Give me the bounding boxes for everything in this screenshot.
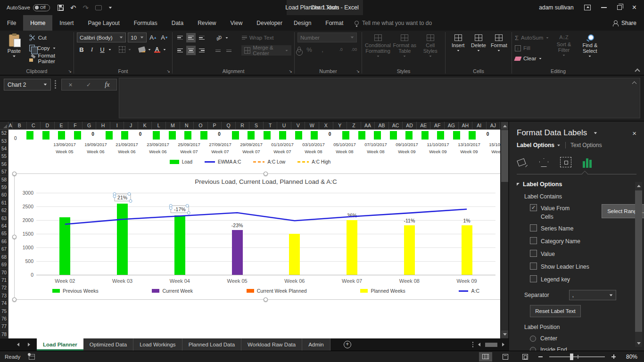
ribbon-tab-insert[interactable]: Insert <box>52 15 81 31</box>
fill-color-caret-icon[interactable] <box>149 49 151 50</box>
row-header-77[interactable]: 77 <box>0 323 8 330</box>
row-header-75[interactable]: 75 <box>0 307 8 315</box>
row-header-72[interactable]: 72 <box>0 284 8 292</box>
column-header-X[interactable]: X <box>319 122 333 129</box>
row-header-56[interactable]: 56 <box>0 161 8 168</box>
column-header-W[interactable]: W <box>305 122 319 129</box>
column-header-AA[interactable]: AA <box>361 122 375 129</box>
zoom-in-icon[interactable] <box>611 354 616 359</box>
pane-close-icon[interactable]: × <box>632 129 636 137</box>
share-button[interactable]: Share <box>612 15 636 31</box>
ribbon-tab-file[interactable]: File <box>0 15 23 31</box>
name-box-resize-handle[interactable] <box>55 80 56 89</box>
zoom-slider[interactable] <box>549 356 605 357</box>
row-header-62[interactable]: 62 <box>0 207 8 214</box>
label-options-icon[interactable] <box>583 156 592 168</box>
row-header-66[interactable]: 66 <box>0 238 8 246</box>
legend-item-a-c-high[interactable]: A:C High <box>297 159 330 165</box>
close-button[interactable]: × <box>632 4 636 11</box>
checkbox-label[interactable]: Series Name <box>541 224 573 233</box>
tab-text-options[interactable]: Text Options <box>570 142 602 148</box>
insert-function-icon[interactable]: fx <box>105 81 109 89</box>
checkbox-unchecked[interactable] <box>530 250 537 257</box>
row-header-76[interactable]: 76 <box>0 315 8 323</box>
ribbon-tab-format[interactable]: Format <box>318 15 350 31</box>
underline-caret-icon[interactable] <box>109 49 111 50</box>
align-left-button[interactable] <box>175 46 185 55</box>
customize-qat-icon[interactable] <box>109 7 112 8</box>
minimize-button[interactable] <box>601 7 607 8</box>
align-right-button[interactable] <box>197 46 206 55</box>
vertical-scroll-thumb[interactable] <box>501 130 508 182</box>
column-header-AD[interactable]: AD <box>403 122 417 129</box>
name-box[interactable]: Chart 2 <box>4 79 51 90</box>
cells-button-delete[interactable]: Delete <box>469 33 488 66</box>
checkbox-unchecked[interactable] <box>530 263 537 270</box>
sheet-tab-load-workings[interactable]: Load Workings <box>133 338 182 351</box>
legend-item-load[interactable]: Load <box>170 159 192 165</box>
tab-label-options[interactable]: Label Options <box>517 142 561 148</box>
user-name[interactable]: adam sullivan <box>539 4 573 11</box>
row-header-65[interactable]: 65 <box>0 230 8 238</box>
bold-button[interactable]: B <box>77 45 86 54</box>
tab-scroll-thumb[interactable] <box>485 343 497 347</box>
checkbox-label[interactable]: Value <box>541 250 555 258</box>
font-color-button[interactable]: A <box>152 45 162 54</box>
page-layout-view-button[interactable] <box>499 352 512 362</box>
vertical-scrollbar[interactable] <box>500 122 508 338</box>
ribbon-tab-view[interactable]: View <box>223 15 250 31</box>
chart-handle-bottom-left[interactable] <box>12 297 17 302</box>
row-header-71[interactable]: 71 <box>0 277 8 284</box>
tab-scroll-right-icon[interactable] <box>502 343 504 346</box>
column-header-AH[interactable]: AH <box>459 122 473 129</box>
ribbon-tab-developer[interactable]: Developer <box>249 15 289 31</box>
column-header-L[interactable]: L <box>152 122 166 129</box>
paste-button[interactable]: Paste <box>3 33 25 66</box>
label-options-section[interactable]: Label Options <box>517 181 644 188</box>
ribbon-tab-review[interactable]: Review <box>190 15 223 31</box>
column-header-V[interactable]: V <box>291 122 305 129</box>
row-header-73[interactable]: 73 <box>0 292 8 300</box>
radio-unselected[interactable] <box>530 336 536 342</box>
ribbon-tab-data[interactable]: Data <box>165 15 190 31</box>
grow-font-button[interactable]: A▲ <box>149 33 158 42</box>
separator-select[interactable]: , <box>569 290 616 300</box>
align-middle-button[interactable] <box>186 33 196 42</box>
row-header-67[interactable]: 67 <box>0 246 8 253</box>
column-header-AJ[interactable]: AJ <box>487 122 501 129</box>
column-header-K[interactable]: K <box>138 122 152 129</box>
column-header-AG[interactable]: AG <box>445 122 459 129</box>
ribbon-tab-page-layout[interactable]: Page Layout <box>81 15 126 31</box>
align-bottom-button[interactable] <box>197 33 206 42</box>
column-header-U[interactable]: U <box>277 122 291 129</box>
macro-record-icon[interactable] <box>29 354 35 360</box>
next-sheet-icon[interactable] <box>28 343 30 346</box>
tab-scroll-left-icon[interactable] <box>478 343 480 346</box>
ribbon-tab-formulas[interactable]: Formulas <box>127 15 165 31</box>
row-header-53[interactable]: 53 <box>0 137 8 145</box>
cut-button[interactable]: Cut <box>29 33 71 43</box>
checkbox-label[interactable]: Legend key <box>541 275 570 284</box>
pane-scroll-up-icon[interactable] <box>635 182 642 189</box>
column-header-R[interactable]: R <box>236 122 250 129</box>
clear-button[interactable]: Clear <box>515 53 549 64</box>
find-select-button[interactable]: Find & Select <box>578 33 602 66</box>
column-header-M[interactable]: M <box>166 122 180 129</box>
effects-icon[interactable] <box>538 157 549 167</box>
sheet-tab-admin[interactable]: Admin <box>302 338 330 351</box>
chart-handle-left-mid[interactable] <box>12 235 17 239</box>
row-header-59[interactable]: 59 <box>0 184 8 191</box>
column-header-I[interactable]: I <box>110 122 124 129</box>
checkbox-unchecked[interactable] <box>530 237 537 244</box>
column-header-P[interactable]: P <box>208 122 222 129</box>
column-header-T[interactable]: T <box>264 122 278 129</box>
font-name-select[interactable]: Calibri (Body) <box>77 33 126 42</box>
autosave-pill[interactable]: Off <box>33 4 50 11</box>
row-header-58[interactable]: 58 <box>0 176 8 183</box>
chart-handle-bottom-mid[interactable] <box>264 297 268 302</box>
column-header-G[interactable]: G <box>83 122 97 129</box>
cells-button-insert[interactable]: Insert <box>448 33 468 66</box>
column-header-F[interactable]: F <box>68 122 83 129</box>
copy-button[interactable]: Copy <box>29 43 71 53</box>
sheet-tab-load-planner[interactable]: Load Planner <box>37 338 83 351</box>
